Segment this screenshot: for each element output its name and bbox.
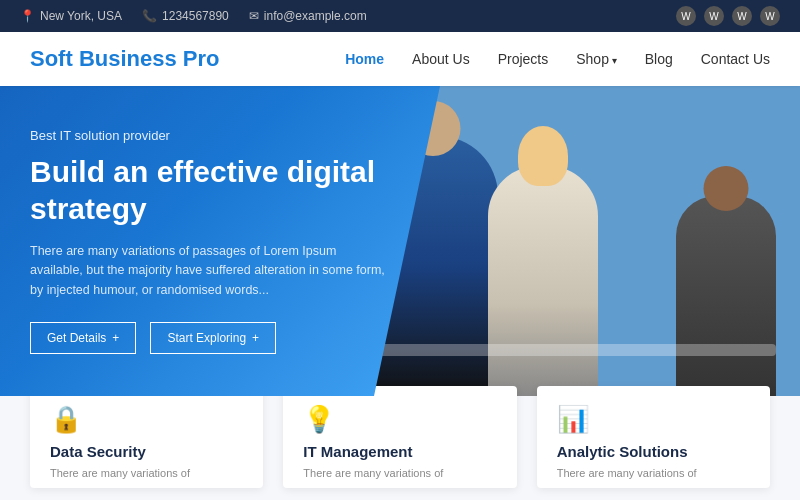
get-details-icon: + <box>112 331 119 345</box>
nav-about[interactable]: About Us <box>412 51 470 67</box>
top-bar-contact-info: 📍 New York, USA 📞 1234567890 ✉ info@exam… <box>20 9 367 23</box>
card-analytic-solutions: 📊 Analytic Solutions There are many vari… <box>537 386 770 488</box>
card-it-management: 💡 IT Management There are many variation… <box>283 386 516 488</box>
email-icon: ✉ <box>249 9 259 23</box>
cards-section: 🔒 Data Security There are many variation… <box>0 396 800 500</box>
social-icon-4[interactable]: W <box>760 6 780 26</box>
hero-title: Build an effective digital strategy <box>30 153 386 228</box>
hero-section: Best IT solution provider Build an effec… <box>0 86 800 396</box>
person-silhouette-3 <box>676 196 776 396</box>
site-logo[interactable]: Soft Business Pro <box>30 46 219 72</box>
phone-icon: 📞 <box>142 9 157 23</box>
hero-content: Best IT solution provider Build an effec… <box>0 86 416 396</box>
location-icon: 📍 <box>20 9 35 23</box>
hero-subtitle: Best IT solution provider <box>30 128 386 143</box>
it-management-icon: 💡 <box>303 404 496 435</box>
data-security-title: Data Security <box>50 443 243 460</box>
nav-contact[interactable]: Contact Us <box>701 51 770 67</box>
main-nav: Home About Us Projects Shop Blog Contact… <box>345 51 770 67</box>
data-security-icon: 🔒 <box>50 404 243 435</box>
social-icons: W W W W <box>676 6 780 26</box>
email-text: info@example.com <box>264 9 367 23</box>
analytic-solutions-title: Analytic Solutions <box>557 443 750 460</box>
phone-text: 1234567890 <box>162 9 229 23</box>
nav-shop[interactable]: Shop <box>576 51 616 67</box>
start-exploring-button[interactable]: Start Exploring + <box>150 322 276 354</box>
it-management-desc: There are many variations of <box>303 466 496 481</box>
get-details-label: Get Details <box>47 331 106 345</box>
nav-home[interactable]: Home <box>345 51 384 67</box>
start-exploring-icon: + <box>252 331 259 345</box>
location-item: 📍 New York, USA <box>20 9 122 23</box>
social-icon-3[interactable]: W <box>732 6 752 26</box>
nav-blog[interactable]: Blog <box>645 51 673 67</box>
nav-projects[interactable]: Projects <box>498 51 549 67</box>
it-management-title: IT Management <box>303 443 496 460</box>
analytic-solutions-desc: There are many variations of <box>557 466 750 481</box>
location-text: New York, USA <box>40 9 122 23</box>
hero-description: There are many variations of passages of… <box>30 242 386 300</box>
social-icon-2[interactable]: W <box>704 6 724 26</box>
analytic-solutions-icon: 📊 <box>557 404 750 435</box>
top-bar: 📍 New York, USA 📞 1234567890 ✉ info@exam… <box>0 0 800 32</box>
card-data-security: 🔒 Data Security There are many variation… <box>30 386 263 488</box>
get-details-button[interactable]: Get Details + <box>30 322 136 354</box>
person-silhouette-2 <box>488 166 598 396</box>
phone-item: 📞 1234567890 <box>142 9 229 23</box>
hero-buttons: Get Details + Start Exploring + <box>30 322 386 354</box>
header: Soft Business Pro Home About Us Projects… <box>0 32 800 86</box>
email-item: ✉ info@example.com <box>249 9 367 23</box>
start-exploring-label: Start Exploring <box>167 331 246 345</box>
social-icon-1[interactable]: W <box>676 6 696 26</box>
data-security-desc: There are many variations of <box>50 466 243 481</box>
